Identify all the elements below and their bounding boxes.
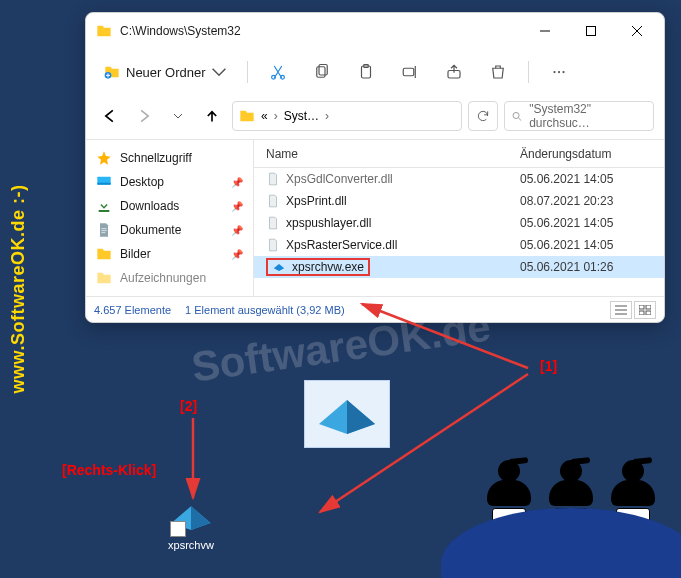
svg-rect-19 (646, 311, 651, 315)
document-icon (96, 222, 112, 238)
paste-button[interactable] (346, 56, 386, 88)
svg-rect-17 (646, 305, 651, 309)
address-row: « › Syst… › "System32" durchsuc… (86, 95, 664, 139)
pictures-folder-icon (96, 246, 112, 262)
column-name[interactable]: Name (254, 147, 514, 161)
folder-icon (96, 23, 112, 39)
recent-dropdown[interactable] (164, 102, 192, 130)
svg-rect-16 (639, 305, 644, 309)
cut-button[interactable] (258, 56, 298, 88)
chevron-down-icon (211, 64, 227, 80)
desktop-shortcut[interactable]: xpsrchvw (156, 495, 226, 551)
file-date: 05.06.2021 14:05 (514, 172, 660, 186)
shortcut-label: xpsrchvw (156, 539, 226, 551)
minimize-button[interactable] (522, 13, 568, 49)
chevron-right-icon: › (274, 109, 278, 123)
folder-icon (239, 108, 255, 124)
share-button[interactable] (434, 56, 474, 88)
dll-file-icon (266, 216, 280, 230)
file-explorer-window: C:\Windows\System32 Neuer Ordner « › (85, 12, 665, 323)
file-date: 08.07.2021 20:23 (514, 194, 660, 208)
search-icon (511, 110, 523, 123)
download-icon (96, 198, 112, 214)
nav-recordings[interactable]: Aufzeichnungen (90, 266, 249, 290)
file-name: XpsRasterService.dll (286, 238, 397, 252)
status-item-count: 4.657 Elemente (94, 304, 171, 316)
watermark-left-text: www.SoftwareOK.de :-) (8, 185, 29, 394)
delete-button[interactable] (478, 56, 518, 88)
drag-preview-thumbnail (304, 380, 390, 448)
file-list: Name Änderungsdatum XpsGdlConverter.dll … (254, 140, 664, 296)
breadcrumb-ellipsis[interactable]: « (261, 109, 268, 123)
dll-file-icon (266, 238, 280, 252)
nav-pictures[interactable]: Bilder📌 (90, 242, 249, 266)
new-folder-button[interactable]: Neuer Ordner (94, 56, 237, 88)
breadcrumb-segment[interactable]: Syst… (284, 109, 319, 123)
desktop-icon (96, 174, 112, 190)
toolbar-separator (528, 61, 529, 83)
search-box[interactable]: "System32" durchsuc… (504, 101, 654, 131)
nav-label: Aufzeichnungen (120, 271, 206, 285)
folder-icon (96, 270, 112, 286)
pin-icon: 📌 (231, 201, 243, 212)
file-name: XpsPrint.dll (286, 194, 347, 208)
file-row-selected[interactable]: xpsrchvw.exe 05.06.2021 01:26 (254, 256, 664, 278)
file-name: XpsGdlConverter.dll (286, 172, 393, 186)
refresh-button[interactable] (468, 101, 498, 131)
svg-point-2 (272, 75, 276, 79)
file-row[interactable]: XpsPrint.dll 08.07.2021 20:23 (254, 190, 664, 212)
nav-label: Schnellzugriff (120, 151, 192, 165)
window-controls (522, 13, 660, 49)
rename-button[interactable] (390, 56, 430, 88)
svg-rect-15 (97, 183, 110, 185)
pin-icon: 📌 (231, 225, 243, 236)
nav-quick-access[interactable]: Schnellzugriff (90, 146, 249, 170)
copy-button[interactable] (302, 56, 342, 88)
explorer-toolbar: Neuer Ordner (86, 49, 664, 95)
svg-rect-5 (319, 65, 327, 76)
status-bar: 4.657 Elemente 1 Element ausgewählt (3,9… (86, 296, 664, 322)
address-bar[interactable]: « › Syst… › (232, 101, 462, 131)
window-titlebar[interactable]: C:\Windows\System32 (86, 13, 664, 49)
explorer-content: Schnellzugriff Desktop📌 Downloads📌 Dokum… (86, 139, 664, 296)
toolbar-separator (247, 61, 248, 83)
svg-point-11 (558, 71, 560, 73)
column-headers[interactable]: Name Änderungsdatum (254, 140, 664, 168)
pin-icon: 📌 (231, 249, 243, 260)
judge-table (441, 508, 681, 578)
file-name: xpspushlayer.dll (286, 216, 371, 230)
exe-file-icon (272, 260, 286, 274)
nav-desktop[interactable]: Desktop📌 (90, 170, 249, 194)
nav-label: Bilder (120, 247, 151, 261)
column-date[interactable]: Änderungsdatum (514, 147, 664, 161)
status-selection: 1 Element ausgewählt (3,92 MB) (185, 304, 345, 316)
file-date: 05.06.2021 14:05 (514, 238, 660, 252)
annotation-label-2: [2] (180, 398, 197, 414)
dll-file-icon (266, 172, 280, 186)
nav-downloads[interactable]: Downloads📌 (90, 194, 249, 218)
view-thumbnails-button[interactable] (634, 301, 656, 319)
svg-rect-8 (404, 68, 415, 76)
svg-point-10 (554, 71, 556, 73)
file-row[interactable]: XpsRasterService.dll 05.06.2021 14:05 (254, 234, 664, 256)
nav-label: Dokumente (120, 223, 181, 237)
nav-label: Downloads (120, 199, 179, 213)
view-details-button[interactable] (610, 301, 632, 319)
window-title: C:\Windows\System32 (120, 24, 522, 38)
forward-button[interactable] (130, 102, 158, 130)
maximize-button[interactable] (568, 13, 614, 49)
close-button[interactable] (614, 13, 660, 49)
nav-label: Desktop (120, 175, 164, 189)
more-button[interactable] (539, 56, 579, 88)
file-date: 05.06.2021 01:26 (514, 260, 660, 274)
up-button[interactable] (198, 102, 226, 130)
back-button[interactable] (96, 102, 124, 130)
pin-icon: 📌 (231, 177, 243, 188)
file-row[interactable]: xpspushlayer.dll 05.06.2021 14:05 (254, 212, 664, 234)
chevron-right-icon: › (325, 109, 329, 123)
nav-documents[interactable]: Dokumente📌 (90, 218, 249, 242)
file-row[interactable]: XpsGdlConverter.dll 05.06.2021 14:05 (254, 168, 664, 190)
svg-point-12 (563, 71, 565, 73)
new-folder-icon (104, 64, 120, 80)
svg-rect-0 (587, 27, 596, 36)
